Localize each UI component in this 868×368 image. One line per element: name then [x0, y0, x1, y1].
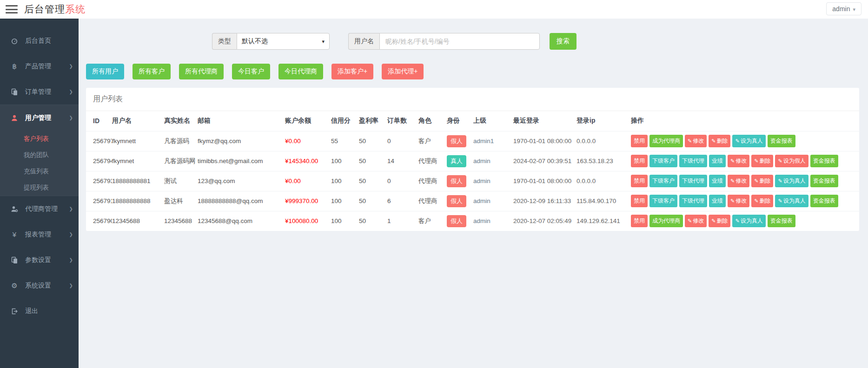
cell-superior[interactable]: admin — [473, 171, 513, 191]
action-button[interactable]: 业绩 — [709, 175, 726, 187]
action-button[interactable]: 下级客户 — [649, 175, 677, 187]
sidebar-item-3[interactable]: 订单管理❯ — [0, 79, 79, 105]
action-button[interactable]: 资金报表 — [810, 155, 838, 167]
cell-actions: 禁用下级客户下级代理业绩✎修改✎删除✎设为假人资金报表 — [631, 151, 859, 171]
column-header: 角色 — [418, 111, 447, 131]
action-button[interactable]: 资金报表 — [768, 215, 795, 227]
menu-toggle-icon[interactable] — [6, 5, 18, 13]
username-input[interactable] — [379, 33, 540, 50]
action-button[interactable]: ✎删除 — [751, 195, 773, 207]
table-row: 25679318888888881测试123@qq.com¥0.00100500… — [86, 171, 859, 191]
action-button[interactable]: 下级客户 — [649, 195, 677, 207]
action-button[interactable]: 禁用 — [631, 135, 648, 147]
action-button[interactable]: ✎修改 — [728, 155, 749, 167]
cell-role: 代理商 — [418, 191, 447, 211]
cell-orders: 6 — [387, 191, 418, 211]
action-button[interactable]: 下级代理 — [679, 155, 707, 167]
sidebar-subitem[interactable]: 我的团队 — [0, 147, 79, 163]
cell-username: 12345688 — [112, 211, 164, 231]
action-button[interactable]: ✎删除 — [709, 215, 730, 227]
action-button[interactable]: 下级代理 — [679, 175, 707, 187]
gears-icon: ⚙ — [9, 282, 20, 290]
action-button[interactable]: 业绩 — [709, 155, 726, 167]
action-button[interactable]: ✎修改 — [728, 175, 749, 187]
quick-button[interactable]: 添加客户+ — [331, 64, 373, 79]
pencil-icon: ✎ — [778, 178, 782, 184]
quick-button[interactable]: 所有用户 — [86, 64, 124, 79]
cell-credit: 100 — [331, 191, 359, 211]
cell-superior[interactable]: admin — [473, 191, 513, 211]
action-button[interactable]: ✎设为真人 — [732, 135, 765, 147]
app-title: 后台管理系统 — [24, 3, 86, 16]
filter-bar: 类型 默认不选 ▾ 用户名 搜索 — [212, 33, 868, 50]
cell-role: 客户 — [418, 131, 447, 151]
quick-button[interactable]: 添加代理+ — [382, 64, 424, 79]
action-button[interactable]: 成为代理商 — [649, 135, 683, 147]
action-button[interactable]: 禁用 — [631, 195, 648, 207]
action-button[interactable]: 资金报表 — [810, 175, 838, 187]
type-filter-value: 默认不选 — [242, 37, 268, 46]
cell-superior[interactable]: admin — [473, 151, 513, 171]
cell-actions: 禁用下级客户下级代理业绩✎修改✎删除✎设为真人资金报表 — [631, 191, 859, 211]
sidebar-item-2[interactable]: ฿产品管理❯ — [0, 53, 79, 79]
action-button[interactable]: ✎设为真人 — [732, 215, 765, 227]
yen-icon: ¥ — [9, 230, 20, 238]
dashboard-icon — [9, 37, 20, 45]
quick-button[interactable]: 所有代理商 — [179, 64, 224, 79]
action-button[interactable]: 资金报表 — [810, 195, 838, 207]
column-header: ID — [86, 111, 112, 131]
identity-badge: 真人 — [447, 155, 466, 167]
action-button[interactable]: ✎设为真人 — [775, 195, 808, 207]
main-content: 类型 默认不选 ▾ 用户名 搜索 所有用户所有客户所有代理商今日客户今日代理商添… — [79, 19, 868, 368]
cell-email: 12345688@qq.com — [198, 211, 285, 231]
cell-login-ip: 0.0.0.0 — [576, 131, 631, 151]
sidebar-item-5[interactable]: 代理商管理❯ — [0, 196, 79, 222]
action-button[interactable]: ✎修改 — [685, 215, 707, 227]
sidebar-item-4[interactable]: 用户管理❯ — [0, 105, 79, 131]
action-button[interactable]: ✎设为假人 — [775, 155, 808, 167]
column-header: 邮箱 — [198, 111, 285, 131]
sidebar-item-label: 报表管理 — [25, 230, 51, 239]
action-button[interactable]: ✎删除 — [751, 155, 773, 167]
action-button[interactable]: 下级客户 — [649, 155, 677, 167]
pencil-icon: ✎ — [688, 138, 692, 144]
sidebar-item-label: 代理商管理 — [25, 205, 58, 213]
cell-id: 256791 — [86, 191, 112, 211]
cell-login-ip: 163.53.18.23 — [576, 151, 631, 171]
quick-button[interactable]: 所有客户 — [133, 64, 171, 79]
user-name: admin — [832, 5, 850, 13]
search-button[interactable]: 搜索 — [550, 33, 576, 50]
action-button[interactable]: 成为代理商 — [649, 215, 683, 227]
sidebar-subitem[interactable]: 提现列表 — [0, 179, 79, 196]
cell-superior[interactable]: admin — [473, 211, 513, 231]
user-menu[interactable]: admin▾ — [826, 2, 861, 15]
top-header: 后台管理系统 admin▾ — [0, 0, 868, 19]
quick-button[interactable]: 今日客户 — [232, 64, 270, 79]
action-button[interactable]: 下级代理 — [679, 195, 707, 207]
sidebar-subitem[interactable]: 充值列表 — [0, 163, 79, 179]
action-button[interactable]: ✎修改 — [685, 135, 707, 147]
sidebar-item-8[interactable]: ⚙系统设置❯ — [0, 273, 79, 298]
type-filter-select[interactable]: 默认不选 ▾ — [237, 33, 330, 50]
sidebar-item-6[interactable]: ¥报表管理❯ — [0, 222, 79, 247]
table-row: 256790123456881234568812345688@qq.com¥10… — [86, 211, 859, 231]
sidebar-item-1[interactable]: 后台首页 — [0, 28, 79, 53]
quick-button[interactable]: 今日代理商 — [278, 64, 323, 79]
cell-email: fkymz@qq.com — [198, 131, 285, 151]
cell-superior[interactable]: admin1 — [473, 131, 513, 151]
action-button[interactable]: ✎删除 — [709, 135, 730, 147]
sidebar-item-7[interactable]: 参数设置❯ — [0, 247, 79, 273]
chevron-down-icon: ▾ — [853, 7, 855, 12]
action-button[interactable]: 业绩 — [709, 195, 726, 207]
action-button[interactable]: 禁用 — [631, 215, 648, 227]
action-button[interactable]: 禁用 — [631, 155, 648, 167]
action-button[interactable]: ✎删除 — [751, 175, 773, 187]
action-button[interactable]: 禁用 — [631, 175, 648, 187]
action-button[interactable]: ✎设为真人 — [775, 175, 808, 187]
action-button[interactable]: 资金报表 — [768, 135, 795, 147]
cell-profit: 50 — [359, 211, 387, 231]
action-button[interactable]: ✎修改 — [728, 195, 749, 207]
cell-balance: ¥145340.00 — [285, 151, 331, 171]
sidebar-subitem[interactable]: 客户列表 — [0, 131, 79, 147]
sidebar-item-9[interactable]: 退出 — [0, 298, 79, 324]
